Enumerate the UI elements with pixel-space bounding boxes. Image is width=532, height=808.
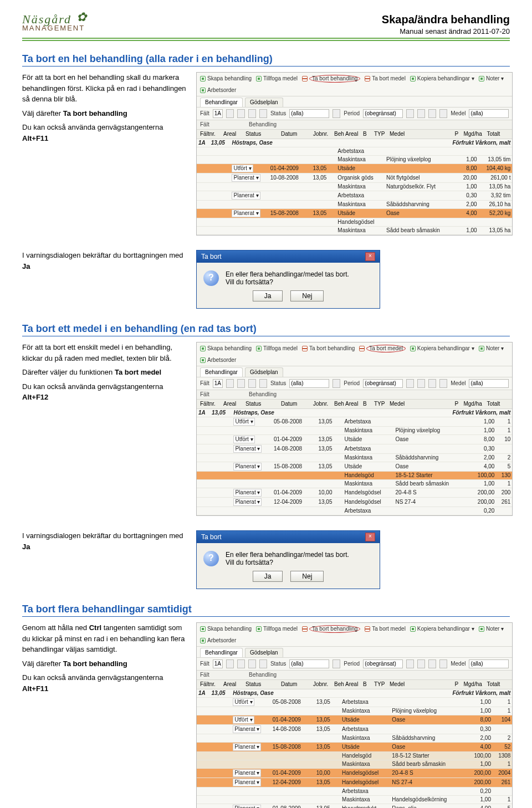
action-icon — [479, 76, 484, 81]
toolbar-item[interactable]: Ta bort medel — [365, 625, 406, 633]
table-row[interactable]: MaskintaxaSåbäddsharvning2,0026,10 ha — [197, 201, 512, 209]
document-header: Näsgård ✿ MANAGEMENT Skapa/ändra behandl… — [22, 13, 510, 35]
medel-field[interactable]: (alla) — [469, 109, 509, 118]
status-field[interactable]: (alla) — [289, 659, 329, 668]
minus-icon — [302, 346, 308, 351]
plus-icon — [256, 76, 262, 81]
table-row[interactable]: Utfört ▾05-08-200813,05Arbetstaxa1,001 — [197, 698, 512, 707]
period-field[interactable]: (obegränsat) — [363, 109, 403, 118]
medel-field[interactable]: (alla) — [469, 379, 509, 388]
table-row[interactable]: Planerat ▾15-08-200813,05UtsädeOase4,005 — [197, 462, 512, 472]
table-row[interactable]: MaskintaxaSådd bearb såmaskin1,001 — [197, 760, 512, 769]
action-icon — [410, 346, 416, 351]
plus-icon — [256, 626, 262, 632]
period-field[interactable]: (obegränsat) — [363, 379, 403, 388]
toolbar-item[interactable]: Skapa behandling — [200, 75, 252, 83]
chevron-down-icon: ▾ — [501, 626, 504, 632]
status-field[interactable]: (alla) — [289, 379, 329, 388]
table-row[interactable]: MaskintaxaHandelsgödselkörning1,001 — [197, 796, 512, 804]
table-row[interactable]: MaskintaxaPlöjning växelplog1,0013,05 ti… — [197, 156, 512, 164]
falt-field[interactable]: 1A — [213, 659, 223, 668]
status-field[interactable]: (alla) — [289, 109, 329, 118]
toolbar-item[interactable]: Tillfoga medel — [256, 625, 298, 633]
table-row[interactable]: Planerat ▾12-04-200913,05HandelsgödselNS… — [197, 778, 512, 787]
toolbar-item[interactable]: Ta bort behandling — [302, 75, 360, 83]
table-row[interactable]: Utfört ▾05-08-200813,05Arbetstaxa1,001 — [197, 417, 512, 427]
table-row[interactable]: Planerat ▾15-08-200813,05UtsädeOase4,005… — [197, 209, 512, 218]
toolbar: Skapa behandlingTillfoga medelTa bort be… — [197, 73, 512, 96]
minus-icon — [365, 76, 370, 81]
filter-row: Fält1AStatus(alla)Period(obegränsat)Mede… — [197, 108, 512, 120]
action-icon — [200, 88, 206, 93]
medel-field[interactable]: (alla) — [469, 659, 509, 668]
yes-button[interactable]: Ja — [253, 290, 283, 301]
table-row[interactable]: Planerat ▾01-04-200910,00Handelsgödsel20… — [197, 488, 512, 498]
table-row[interactable]: Planerat ▾10-08-200813,05Organisk gödsNö… — [197, 173, 512, 183]
toolbar-item[interactable]: Ta bort behandling — [302, 625, 360, 633]
toolbar-item[interactable]: Noter ▾ — [479, 625, 504, 633]
section2-p1: För att ta bort ett enskilt medel i en b… — [22, 342, 188, 364]
confirm-dialog-1: Ta bort × En eller flera behandlingar/me… — [196, 250, 380, 309]
toolbar-item[interactable]: Arbetsorder — [200, 637, 236, 644]
chevron-down-icon: ▾ — [472, 75, 474, 82]
table-row[interactable]: MaskintaxaSåbäddsharvning2,002 — [197, 454, 512, 462]
table-row[interactable]: Arbetstaxa — [197, 147, 512, 156]
question-icon — [203, 551, 219, 566]
close-icon[interactable]: × — [365, 533, 375, 541]
table-row[interactable]: MaskintaxaPlöjning växelplog1,001 — [197, 427, 512, 435]
period-field[interactable]: (obegränsat) — [363, 659, 403, 668]
table-row[interactable]: MaskintaxaSåbäddsharvning2,002 — [197, 734, 512, 743]
falt-field[interactable]: 1A — [213, 109, 223, 118]
toolbar-item[interactable]: Kopiera behandlingar ▾ — [410, 345, 474, 352]
no-button[interactable]: Nej — [290, 571, 324, 582]
yes-button[interactable]: Ja — [253, 571, 283, 582]
table-row[interactable]: Handelsgöd18-5-12 Starter100,001308 — [197, 752, 512, 760]
toolbar-item[interactable]: Arbetsorder — [200, 87, 236, 94]
table-row[interactable]: Arbetstaxa0,20 — [197, 507, 512, 515]
table-row[interactable]: Planerat ▾15-08-200813,05UtsädeOase4,005… — [197, 743, 512, 752]
toolbar-item[interactable]: Ta bort medel — [359, 345, 406, 352]
table-row[interactable]: Handelsgöd18-5-12 Starter100,00130 — [197, 472, 512, 480]
chevron-down-icon: ▾ — [472, 345, 474, 352]
chevron-down-icon: ▾ — [501, 345, 504, 352]
falt-field[interactable]: 1A — [213, 379, 223, 388]
toolbar-item[interactable]: Kopiera behandlingar ▾ — [410, 625, 474, 633]
toolbar-item[interactable]: Noter ▾ — [479, 345, 504, 352]
table-row[interactable]: MaskintaxaSådd bearb såmaskin1,001 — [197, 480, 512, 488]
action-icon — [200, 357, 206, 363]
logo-text-bottom: MANAGEMENT — [22, 24, 88, 32]
toolbar-item[interactable]: Ta bort behandling — [302, 345, 355, 352]
table-row[interactable]: Planerat ▾01-08-200913,05HuvudproduktRap… — [197, 804, 512, 809]
table-row[interactable]: MaskintaxaPlöjning växelplog1,001 — [197, 707, 512, 715]
toolbar-item[interactable]: Skapa behandling — [200, 625, 252, 633]
tab-behandlingar[interactable]: Behandlingar — [200, 98, 243, 107]
table-row[interactable]: Planerat ▾14-08-200813,05Arbetstaxa0,30 — [197, 444, 512, 454]
toolbar-item[interactable]: Arbetsorder — [200, 357, 236, 364]
table-row[interactable]: Arbetstaxa0,20 — [197, 787, 512, 796]
minus-icon — [302, 626, 308, 632]
section1-heading: Ta bort en hel behandling (alla rader i … — [22, 53, 510, 67]
toolbar-item[interactable]: Tillfoga medel — [256, 75, 298, 83]
toolbar-item[interactable]: Skapa behandling — [200, 345, 252, 352]
document-subtitle: Manual senast ändrad 2011-07-20 — [382, 27, 510, 35]
plus-icon — [200, 346, 206, 351]
action-icon — [479, 346, 484, 351]
table-row[interactable]: Planerat ▾01-04-200910,00Handelsgödsel20… — [197, 769, 512, 778]
table-row[interactable]: Planerat ▾Arbetstaxa0,303,92 tim — [197, 191, 512, 201]
toolbar-item[interactable]: Ta bort medel — [365, 75, 406, 83]
table-row[interactable]: Handelsgödsel — [197, 218, 512, 227]
toolbar-item[interactable]: Noter ▾ — [479, 75, 504, 83]
tab-godselplan[interactable]: Gödselplan — [245, 98, 283, 107]
table-row[interactable]: Utfört ▾01-04-200913,05Utsäde8,00104,40 … — [197, 164, 512, 173]
table-row[interactable]: Utfört ▾01-04-200913,05UtsädeOase8,00104 — [197, 715, 512, 725]
table-row[interactable]: MaskintaxaNaturgödselkör. Flyt1,0013,05 … — [197, 183, 512, 191]
table-row[interactable]: Planerat ▾14-08-200813,05Arbetstaxa0,30 — [197, 725, 512, 734]
no-button[interactable]: Nej — [290, 290, 324, 301]
toolbar-item[interactable]: Tillfoga medel — [256, 345, 298, 352]
table-row[interactable]: MaskintaxaSådd bearb såmaskin1,0013,05 h… — [197, 227, 512, 235]
toolbar-item[interactable]: Kopiera behandlingar ▾ — [410, 75, 474, 83]
table-row[interactable]: Utfört ▾01-04-200913,05UtsädeOase8,0010 — [197, 435, 512, 444]
close-icon[interactable]: × — [365, 252, 375, 261]
document-title: Skapa/ändra behandling — [382, 13, 510, 26]
table-row[interactable]: Planerat ▾12-04-200913,05HandelsgödselNS… — [197, 498, 512, 507]
